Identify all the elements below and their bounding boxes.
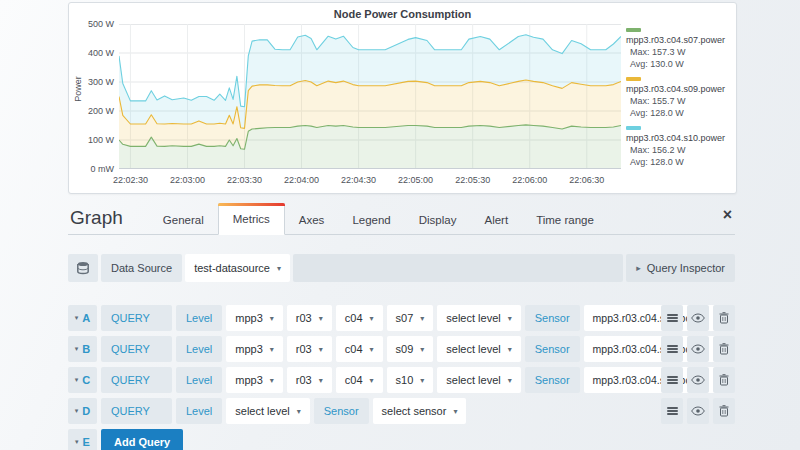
tab-display[interactable]: Display — [405, 205, 471, 235]
caret-down-icon: ▾ — [270, 314, 274, 323]
y-tick-label: 200 W — [71, 106, 114, 116]
menu-icon — [667, 312, 678, 323]
row-collapse-toggle[interactable]: ▾B — [68, 336, 97, 362]
level-label[interactable]: Level — [176, 336, 222, 362]
level-select-s10-value: s10 — [396, 374, 414, 386]
menu-icon — [667, 343, 678, 354]
level-select-s07[interactable]: s07▾ — [387, 305, 434, 331]
datasource-select[interactable]: test-datasource ▾ — [185, 254, 290, 282]
chart-legend: mpp3.r03.c04.s07.powerMax: 157.3 WAvg: 1… — [626, 27, 734, 175]
level-label[interactable]: Level — [176, 367, 222, 393]
query-row-c: ▾CQUERYLevelmpp3▾r03▾c04▾s10▾select leve… — [68, 367, 735, 393]
panel-editor: Graph GeneralMetricsAxesLegendDisplayAle… — [0, 196, 800, 450]
select-sensor-dropdown[interactable]: select sensor▾ — [373, 398, 467, 424]
caret-down-icon: ▾ — [75, 376, 79, 384]
level-select-mpp3[interactable]: mpp3▾ — [226, 305, 283, 331]
level-select-s10[interactable]: s10▾ — [387, 367, 434, 393]
trash-icon — [719, 312, 729, 324]
select-level-dropdown[interactable]: select level▾ — [226, 398, 309, 424]
level-select-r03[interactable]: r03▾ — [287, 367, 332, 393]
plot-area[interactable] — [119, 24, 621, 169]
select-level-dropdown[interactable]: select level▾ — [437, 336, 520, 362]
query-row-e: ▾EAdd Query — [68, 429, 735, 450]
row-collapse-toggle[interactable]: ▾D — [68, 398, 97, 424]
sensor-label[interactable]: Sensor — [525, 336, 580, 362]
level-select-c04[interactable]: c04▾ — [336, 336, 383, 362]
row-menu-button[interactable] — [661, 305, 683, 331]
select-level-dropdown[interactable]: select level▾ — [437, 305, 520, 331]
level-select-mpp3[interactable]: mpp3▾ — [226, 367, 283, 393]
sensor-label[interactable]: Sensor — [525, 367, 580, 393]
delete-query-button[interactable] — [713, 367, 735, 393]
panel-title[interactable]: Node Power Consumption — [69, 8, 736, 20]
legend-color-dash[interactable] — [626, 126, 641, 130]
query-label[interactable]: QUERY — [101, 398, 172, 424]
toggle-visibility-button[interactable] — [687, 367, 709, 393]
x-tick-label: 22:05:30 — [446, 175, 500, 185]
legend-series-name[interactable]: mpp3.r03.c04.s07.power — [626, 35, 734, 46]
tab-time-range[interactable]: Time range — [522, 205, 608, 235]
menu-icon — [667, 374, 678, 385]
legend-color-dash[interactable] — [626, 28, 641, 32]
x-tick-label: 22:06:30 — [560, 175, 614, 185]
toggle-visibility-button[interactable] — [687, 398, 709, 424]
row-actions — [661, 336, 735, 362]
row-letter: B — [82, 343, 90, 355]
caret-down-icon: ▾ — [453, 407, 457, 416]
delete-query-button[interactable] — [713, 398, 735, 424]
caret-down-icon: ▾ — [319, 314, 323, 323]
level-select-mpp3[interactable]: mpp3▾ — [226, 336, 283, 362]
legend-entry: mpp3.r03.c04.s10.powerMax: 156.2 WAvg: 1… — [626, 126, 734, 168]
level-select-r03[interactable]: r03▾ — [287, 336, 332, 362]
eye-icon — [691, 313, 705, 323]
row-menu-button[interactable] — [661, 367, 683, 393]
query-label[interactable]: QUERY — [101, 336, 172, 362]
close-icon[interactable]: × — [723, 207, 732, 223]
row-menu-button[interactable] — [661, 336, 683, 362]
datasource-value: test-datasource — [194, 262, 270, 274]
level-select-mpp3-value: mpp3 — [235, 343, 263, 355]
caret-down-icon: ▾ — [420, 314, 424, 323]
datasource-label: Data Source — [101, 254, 182, 282]
eye-icon — [691, 375, 705, 385]
toggle-visibility-button[interactable] — [687, 336, 709, 362]
query-row-a: ▾AQUERYLevelmpp3▾r03▾c04▾s07▾select leve… — [68, 305, 735, 331]
level-select-s07-value: s07 — [396, 312, 414, 324]
row-menu-button[interactable] — [661, 398, 683, 424]
row-collapse-toggle[interactable]: ▾A — [68, 305, 97, 331]
toggle-visibility-button[interactable] — [687, 305, 709, 331]
legend-color-dash[interactable] — [626, 77, 641, 81]
row-collapse-toggle[interactable]: ▾E — [68, 429, 97, 450]
database-icon — [68, 254, 98, 282]
trash-icon — [719, 343, 729, 355]
query-inspector-button[interactable]: ▸ Query Inspector — [626, 254, 735, 282]
legend-series-name[interactable]: mpp3.r03.c04.s09.power — [626, 84, 734, 95]
tab-general[interactable]: General — [149, 205, 218, 235]
delete-query-button[interactable] — [713, 336, 735, 362]
row-actions — [661, 398, 735, 424]
level-select-r03[interactable]: r03▾ — [287, 305, 332, 331]
tab-legend[interactable]: Legend — [338, 205, 404, 235]
select-sensor-dropdown-value: select sensor — [382, 405, 447, 417]
tab-alert[interactable]: Alert — [470, 205, 522, 235]
level-select-c04[interactable]: c04▾ — [336, 367, 383, 393]
query-label[interactable]: QUERY — [101, 367, 172, 393]
stacked-area-chart[interactable] — [119, 24, 621, 169]
sensor-label[interactable]: Sensor — [314, 398, 369, 424]
level-select-s09[interactable]: s09▾ — [387, 336, 434, 362]
query-label[interactable]: QUERY — [101, 305, 172, 331]
tab-metrics[interactable]: Metrics — [218, 203, 285, 235]
select-level-dropdown[interactable]: select level▾ — [437, 367, 520, 393]
level-label[interactable]: Level — [176, 398, 222, 424]
level-select-c04-value: c04 — [345, 312, 363, 324]
sensor-label[interactable]: Sensor — [525, 305, 580, 331]
level-select-c04[interactable]: c04▾ — [336, 305, 383, 331]
level-label[interactable]: Level — [176, 305, 222, 331]
row-actions — [661, 305, 735, 331]
delete-query-button[interactable] — [713, 305, 735, 331]
row-collapse-toggle[interactable]: ▾C — [68, 367, 97, 393]
legend-series-name[interactable]: mpp3.r03.c04.s10.power — [626, 133, 734, 144]
tab-axes[interactable]: Axes — [285, 205, 339, 235]
add-query-button[interactable]: Add Query — [101, 429, 183, 450]
caret-down-icon: ▾ — [75, 314, 79, 322]
